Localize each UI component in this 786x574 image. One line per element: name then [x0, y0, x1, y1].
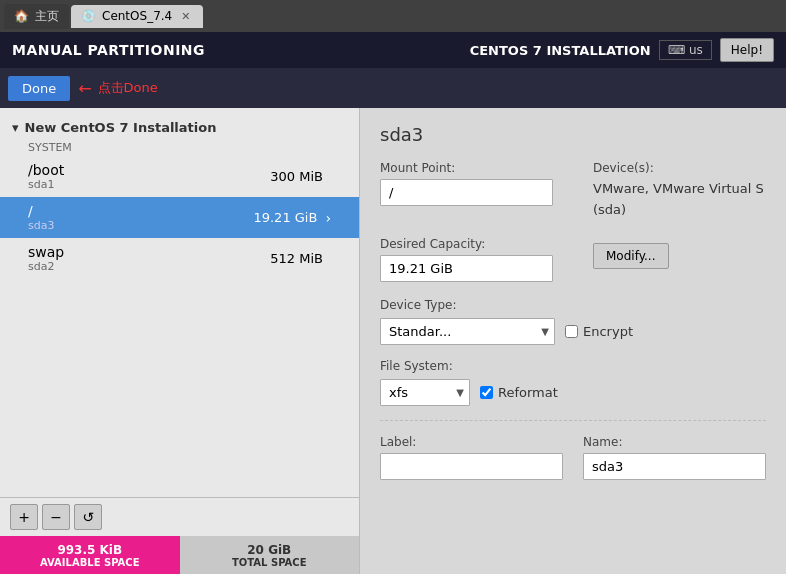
- available-space-value: 993.5 KiB: [57, 543, 122, 557]
- mount-devices-row: Mount Point: Device(s): VMware, VMware V…: [380, 161, 766, 221]
- plus-icon: +: [18, 509, 30, 525]
- partition-dev-root: sda3: [28, 219, 253, 232]
- keyboard-icon: ⌨: [668, 43, 685, 57]
- device-type-label: Device Type:: [380, 298, 766, 312]
- tree-expand-icon: ▾: [12, 120, 19, 135]
- encrypt-checkbox-row: Encrypt: [565, 324, 633, 339]
- partition-size-root: 19.21 GiB: [253, 210, 317, 225]
- modify-col: Modify...: [593, 237, 766, 282]
- label-name-row: Label: Name:: [380, 420, 766, 480]
- modify-button[interactable]: Modify...: [593, 243, 669, 269]
- toolbar-hint: ← 点击Done: [78, 79, 158, 98]
- partition-name-boot: /boot: [28, 162, 270, 178]
- tab-centos-close[interactable]: ✕: [178, 9, 193, 24]
- mount-point-label: Mount Point:: [380, 161, 553, 175]
- desired-capacity-input[interactable]: [380, 255, 553, 282]
- capacity-col: Desired Capacity:: [380, 237, 553, 282]
- device-type-row: Standar... LVM LVM Thin Provisioning BTR…: [380, 318, 766, 345]
- label-col: Label:: [380, 435, 563, 480]
- capacity-modify-row: Desired Capacity: Modify...: [380, 237, 766, 282]
- help-button[interactable]: Help!: [720, 38, 774, 62]
- available-space-indicator: 993.5 KiB AVAILABLE SPACE: [0, 536, 180, 574]
- name-col: Name:: [583, 435, 766, 480]
- left-bottom-toolbar: + − ↺: [0, 497, 359, 536]
- partition-dev-boot: sda1: [28, 178, 270, 191]
- hint-text: 点击Done: [98, 79, 158, 97]
- main-content: ▾ New CentOS 7 Installation SYSTEM /boot…: [0, 108, 786, 574]
- encrypt-label[interactable]: Encrypt: [583, 324, 633, 339]
- devices-col: Device(s): VMware, VMware Virtual S (sda…: [593, 161, 766, 221]
- partition-size-boot: 300 MiB: [270, 169, 323, 184]
- total-space-indicator: 20 GiB TOTAL SPACE: [180, 536, 360, 574]
- right-panel: sda3 Mount Point: Device(s): VMware, VMw…: [360, 108, 786, 574]
- keyboard-indicator[interactable]: ⌨ us: [659, 40, 712, 60]
- tab-home-label: 主页: [35, 8, 59, 25]
- partition-info-root: / sda3: [28, 203, 253, 232]
- partition-info-swap: swap sda2: [28, 244, 270, 273]
- devices-label: Device(s):: [593, 161, 766, 175]
- disc-icon: 💿: [81, 9, 96, 23]
- home-icon: 🏠: [14, 9, 29, 23]
- minus-icon: −: [50, 509, 62, 525]
- device-type-section: Device Type: Standar... LVM LVM Thin Pro…: [380, 298, 766, 345]
- keyboard-value: us: [689, 43, 703, 57]
- centos-installation-label: CENTOS 7 INSTALLATION: [470, 43, 651, 58]
- label-input[interactable]: [380, 453, 563, 480]
- partition-name-root: /: [28, 203, 253, 219]
- partition-item-swap[interactable]: swap sda2 512 MiB: [0, 238, 359, 279]
- tab-centos-label: CentOS_7.4: [102, 9, 172, 23]
- mount-point-input[interactable]: [380, 179, 553, 206]
- file-system-select-wrap: xfs ext4 ext3 ext2 btrfs swap ▼: [380, 379, 470, 406]
- chevron-right-icon: ›: [325, 210, 331, 226]
- tree-group-label: New CentOS 7 Installation: [25, 120, 217, 135]
- device-type-select[interactable]: Standar... LVM LVM Thin Provisioning BTR…: [380, 318, 555, 345]
- partition-dev-swap: sda2: [28, 260, 270, 273]
- partition-info-boot: /boot sda1: [28, 162, 270, 191]
- file-system-label: File System:: [380, 359, 766, 373]
- label-field-label: Label:: [380, 435, 563, 449]
- devices-info: VMware, VMware Virtual S (sda): [593, 179, 766, 221]
- header-right: CENTOS 7 INSTALLATION ⌨ us Help!: [470, 38, 774, 62]
- space-bar: 993.5 KiB AVAILABLE SPACE 20 GiB TOTAL S…: [0, 536, 359, 574]
- tab-centos[interactable]: 💿 CentOS_7.4 ✕: [71, 5, 203, 28]
- arrow-icon: ←: [78, 79, 91, 98]
- tab-bar: 🏠 主页 💿 CentOS_7.4 ✕: [0, 0, 786, 32]
- tab-home[interactable]: 🏠 主页: [4, 4, 69, 29]
- name-input[interactable]: [583, 453, 766, 480]
- total-space-value: 20 GiB: [247, 543, 291, 557]
- partition-item-boot[interactable]: /boot sda1 300 MiB: [0, 156, 359, 197]
- refresh-button[interactable]: ↺: [74, 504, 102, 530]
- partition-size-swap: 512 MiB: [270, 251, 323, 266]
- encrypt-checkbox[interactable]: [565, 325, 578, 338]
- partition-item-root[interactable]: / sda3 19.21 GiB ›: [0, 197, 359, 238]
- file-system-section: File System: xfs ext4 ext3 ext2 btrfs sw…: [380, 359, 766, 406]
- file-system-select[interactable]: xfs ext4 ext3 ext2 btrfs swap: [380, 379, 470, 406]
- partition-tree: ▾ New CentOS 7 Installation SYSTEM /boot…: [0, 108, 359, 497]
- header-bar: MANUAL PARTITIONING CENTOS 7 INSTALLATIO…: [0, 32, 786, 68]
- total-space-label: TOTAL SPACE: [232, 557, 306, 568]
- remove-partition-button[interactable]: −: [42, 504, 70, 530]
- reformat-checkbox-row: Reformat: [480, 385, 558, 400]
- tree-group-header: ▾ New CentOS 7 Installation: [0, 116, 359, 139]
- left-panel: ▾ New CentOS 7 Installation SYSTEM /boot…: [0, 108, 360, 574]
- right-panel-title: sda3: [380, 124, 766, 145]
- partition-name-swap: swap: [28, 244, 270, 260]
- desired-capacity-label: Desired Capacity:: [380, 237, 553, 251]
- refresh-icon: ↺: [82, 509, 94, 525]
- page-title: MANUAL PARTITIONING: [12, 42, 205, 58]
- system-label: SYSTEM: [0, 139, 359, 156]
- add-partition-button[interactable]: +: [10, 504, 38, 530]
- name-field-label: Name:: [583, 435, 766, 449]
- toolbar: Done ← 点击Done: [0, 68, 786, 108]
- available-space-label: AVAILABLE SPACE: [40, 557, 140, 568]
- file-system-row: xfs ext4 ext3 ext2 btrfs swap ▼ Reformat: [380, 379, 766, 406]
- reformat-label[interactable]: Reformat: [498, 385, 558, 400]
- device-type-select-wrap: Standar... LVM LVM Thin Provisioning BTR…: [380, 318, 555, 345]
- done-button[interactable]: Done: [8, 76, 70, 101]
- mount-point-col: Mount Point:: [380, 161, 553, 221]
- reformat-checkbox[interactable]: [480, 386, 493, 399]
